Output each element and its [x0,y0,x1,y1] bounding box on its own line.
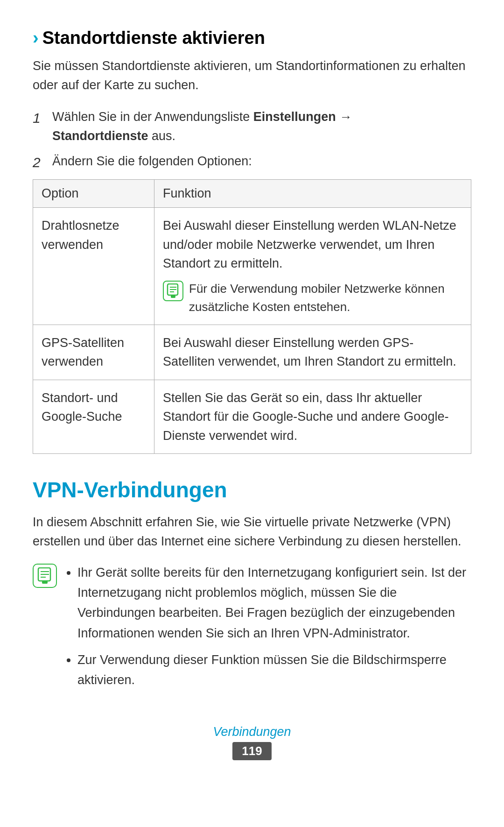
section1-title-text: Standortdienste aktivieren [42,28,265,48]
vpn-note-1: Ihr Gerät sollte bereits für den Interne… [77,563,471,643]
section-standortdienste: › Standortdienste aktivieren Sie müssen … [33,28,471,454]
section1-title: › Standortdienste aktivieren [33,28,471,48]
svg-rect-6 [42,581,48,584]
step1: 1 Wählen Sie in der Anwendungsliste Eins… [33,107,471,145]
table-cell-funktion-1: Bei Auswahl dieser Einstellung werden WL… [154,208,471,325]
table-header-option: Option [33,180,154,208]
step1-text: Wählen Sie in der Anwendungsliste Einste… [52,107,352,145]
note-1-text: Für die Verwendung mobiler Netzwerke kön… [189,280,462,316]
footer-label: Verbindungen [33,725,471,739]
step2-number: 2 [33,152,46,173]
table-row: Standort- und Google-Suche Stellen Sie d… [33,380,471,454]
note-box-1: Für die Verwendung mobiler Netzwerke kön… [163,280,462,316]
vpn-intro: In diesem Abschnitt erfahren Sie, wie Si… [33,513,471,551]
vpn-note-icon [33,564,57,588]
section1-intro: Sie müssen Standortdienste aktivieren, u… [33,57,471,94]
table-cell-option-3: Standort- und Google-Suche [33,380,154,454]
step2-text: Ändern Sie die folgenden Optionen: [52,152,252,173]
footer: Verbindungen 119 [33,725,471,760]
vpn-bullet-list: Ihr Gerät sollte bereits für den Interne… [64,563,471,697]
table-cell-funktion-3: Stellen Sie das Gerät so ein, dass Ihr a… [154,380,471,454]
table-row: GPS-Satelliten verwenden Bei Auswahl die… [33,325,471,380]
table-cell-option-1: Drahtlosnetze verwenden [33,208,154,325]
options-table: Option Funktion Drahtlosnetze verwenden … [33,179,471,454]
section-vpn: VPN-Verbindungen In diesem Abschnitt erf… [33,477,471,697]
step1-number: 1 [33,107,46,145]
funktion-1-text: Bei Auswahl dieser Einstellung werden WL… [163,219,456,270]
note-icon-1 [163,281,183,301]
table-cell-funktion-2: Bei Auswahl dieser Einstellung werden GP… [154,325,471,380]
table-row: Drahtlosnetze verwenden Bei Auswahl dies… [33,208,471,325]
step2: 2 Ändern Sie die folgenden Optionen: [33,152,471,173]
table-cell-option-2: GPS-Satelliten verwenden [33,325,154,380]
vpn-title: VPN-Verbindungen [33,477,471,502]
chevron-icon: › [33,28,39,48]
vpn-note-2: Zur Verwendung dieser Funktion müssen Si… [77,650,471,690]
table-header-funktion: Funktion [154,180,471,208]
vpn-notes-container: Ihr Gerät sollte bereits für den Interne… [33,563,471,697]
footer-page-number: 119 [232,742,271,760]
svg-rect-1 [171,295,175,298]
